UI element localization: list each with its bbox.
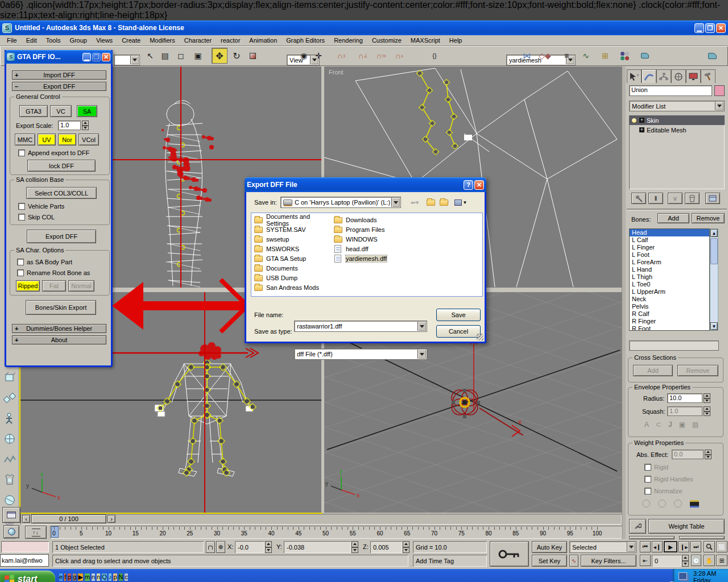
rigid-handles-checkbox[interactable]: Rigid Handles	[644, 476, 693, 483]
menu-maxscript[interactable]: MAXScript	[406, 36, 445, 45]
navigator-icon[interactable]: N	[119, 573, 123, 581]
named-selection-sets-icon[interactable]: {}	[428, 48, 441, 63]
layer-manager-icon[interactable]: ≡	[560, 48, 573, 63]
dialog-help-icon[interactable]: ?	[464, 180, 473, 190]
bone-item-r-foot[interactable]: R Foot	[630, 325, 709, 331]
close-button[interactable]: ✕	[716, 23, 726, 33]
bone-item-l-calf[interactable]: L Calf	[630, 236, 709, 244]
spinner-snap-icon[interactable]: ∩±	[392, 48, 406, 63]
visibility-bulb-icon[interactable]	[631, 118, 637, 123]
export-dff-rollout[interactable]: –Export DFF	[12, 82, 106, 91]
weight-tool-icons[interactable]	[642, 500, 699, 508]
previous-frame-icon[interactable]: ◂❙	[652, 541, 663, 552]
import-dff-rollout[interactable]: +Import DFF	[12, 70, 106, 80]
dialog-close-icon[interactable]: ✕	[474, 180, 484, 190]
menu-reactor[interactable]: reactor	[216, 36, 245, 45]
time-slider-prev-button[interactable]: ‹	[22, 515, 30, 523]
x-coord-field[interactable]: -0.0	[235, 541, 264, 553]
vehicle-parts-checkbox[interactable]: Vehicle Parts	[18, 203, 64, 210]
bone-item-l-thigh[interactable]: L Thigh	[630, 273, 709, 281]
time-slider-track[interactable]: ‹ 0 / 100 ›	[20, 514, 622, 525]
default-in-out-tangent-icon[interactable]: ∿	[569, 555, 578, 567]
vc-button[interactable]: VC	[50, 105, 72, 117]
configure-modifier-sets-icon[interactable]	[705, 193, 720, 204]
bones-list[interactable]: HeadL CalfL FingerL FootL ForeArmL HandL…	[629, 228, 710, 331]
file-list[interactable]: Documents and SettingsSYSTEM.SAVswsetupM…	[251, 213, 483, 297]
envelope-tool-icons[interactable]: A⊂J▣▤	[644, 421, 713, 429]
play-animation-icon[interactable]: ▶	[664, 541, 677, 552]
new-folder-icon[interactable]: ✱	[437, 197, 451, 208]
reactor-constraint-icon[interactable]	[2, 390, 17, 405]
scroll-thumb[interactable]	[710, 238, 718, 264]
media-player-icon[interactable]: ▶	[78, 573, 82, 581]
mmc-button[interactable]: MMC	[15, 134, 35, 146]
bones-skin-export-button[interactable]: Bones/Skin Export	[26, 300, 96, 315]
tab-motion[interactable]	[671, 69, 686, 83]
tab-modify[interactable]	[642, 69, 656, 83]
abs-effect-spinner[interactable]	[705, 450, 712, 459]
menu-views[interactable]: Views	[92, 36, 117, 45]
next-frame-icon[interactable]: ❙▸	[679, 541, 689, 552]
quick-render-icon[interactable]	[705, 48, 719, 63]
bones-scrollbar[interactable]: ▲ ▼	[710, 228, 718, 331]
open-mini-curve-editor-button[interactable]: ↑↓	[25, 526, 47, 539]
auto-key-button[interactable]: Auto Key	[532, 541, 567, 553]
selection-filter-dropdown[interactable]	[114, 55, 140, 65]
listener-window-icon[interactable]	[2, 507, 20, 523]
render-scene-icon[interactable]	[638, 48, 652, 63]
gta3-button[interactable]: GTA3	[19, 105, 48, 117]
select-and-move-icon[interactable]: ✥	[212, 48, 228, 64]
tab-display[interactable]	[686, 69, 701, 83]
rigid-checkbox[interactable]: Rigid	[644, 464, 668, 471]
tab-create[interactable]: ✦	[627, 69, 642, 83]
absolute-offset-mode-icon[interactable]: ⊕	[216, 541, 225, 553]
squash-field[interactable]: 1.0	[667, 406, 702, 416]
modifier-stack-item-editable-mesh[interactable]: +Editable Mesh	[629, 125, 725, 135]
go-to-end-icon[interactable]: ⏭	[690, 541, 701, 552]
reactor-soft-body-icon[interactable]	[2, 493, 17, 508]
bone-item-head[interactable]: Head	[630, 229, 709, 236]
select-by-name-icon[interactable]: ▤	[158, 48, 172, 63]
scroll-down-icon[interactable]: ▼	[710, 322, 718, 330]
bones-add-button[interactable]: Add	[657, 213, 689, 223]
x-coord-spinner[interactable]	[265, 541, 272, 553]
time-slider-thumb[interactable]: 0 / 100	[31, 514, 106, 523]
export-scale-spinner[interactable]	[82, 120, 89, 130]
menu-create[interactable]: Create	[117, 36, 145, 45]
object-color-swatch[interactable]	[714, 85, 725, 96]
save-button[interactable]: Save	[436, 309, 481, 321]
menu-file[interactable]: File	[2, 36, 22, 45]
bone-item-r-calf[interactable]: R Calf	[630, 310, 709, 318]
abs-effect-field[interactable]: 0.0	[672, 450, 704, 459]
network-status-icon[interactable]	[679, 572, 687, 580]
z-coord-spinner[interactable]	[403, 541, 410, 553]
track-bar[interactable]: 0510152025303540455055606570758085909510…	[50, 526, 622, 539]
normalize-checkbox[interactable]: Normalize	[644, 488, 682, 494]
reactor-cloth-icon[interactable]	[2, 472, 17, 487]
start-button[interactable]: start	[0, 571, 55, 582]
modifier-stack-item-skin[interactable]: +Skin	[629, 115, 725, 125]
folder-item[interactable]: Documents and Settings	[254, 215, 334, 225]
zoom-icon[interactable]	[704, 541, 715, 552]
paint-options-wrench-icon[interactable]	[629, 519, 646, 534]
make-unique-icon[interactable]: ∨	[668, 193, 682, 204]
reactor-rope-icon[interactable]	[2, 452, 17, 467]
file-name-input[interactable]: rastawarrior1.dff	[294, 321, 427, 332]
cross-sections-remove-button[interactable]: Remove	[677, 365, 718, 376]
absolute-effect-icon[interactable]: A	[644, 421, 649, 429]
radius-spinner[interactable]	[704, 393, 710, 403]
minimize-button[interactable]: ▁	[694, 23, 704, 33]
key-mode-toggle-icon[interactable]: ⇤	[640, 555, 651, 566]
rename-root-bone-checkbox[interactable]: Rename Root Bone as	[17, 269, 90, 276]
save-in-dropdown[interactable]: C on 'Harrys Laptop (Pavilion)' (L:)	[280, 197, 401, 208]
zoom-extents-icon[interactable]: ⬜	[716, 541, 727, 552]
pan-view-icon[interactable]: ✋	[704, 555, 715, 566]
gta-maximize-button[interactable]: ❐	[92, 53, 101, 61]
itunes-icon[interactable]: ♪	[109, 573, 112, 581]
add-time-tag-field[interactable]: Add Time Tag	[413, 555, 487, 567]
tab-hierarchy[interactable]	[656, 69, 671, 83]
uv-button[interactable]: UV	[38, 134, 56, 146]
falloff-icon[interactable]: J	[668, 421, 672, 429]
schematic-view-icon[interactable]: ⊞	[598, 48, 612, 63]
bone-item-r-finger[interactable]: R Finger	[630, 318, 709, 325]
